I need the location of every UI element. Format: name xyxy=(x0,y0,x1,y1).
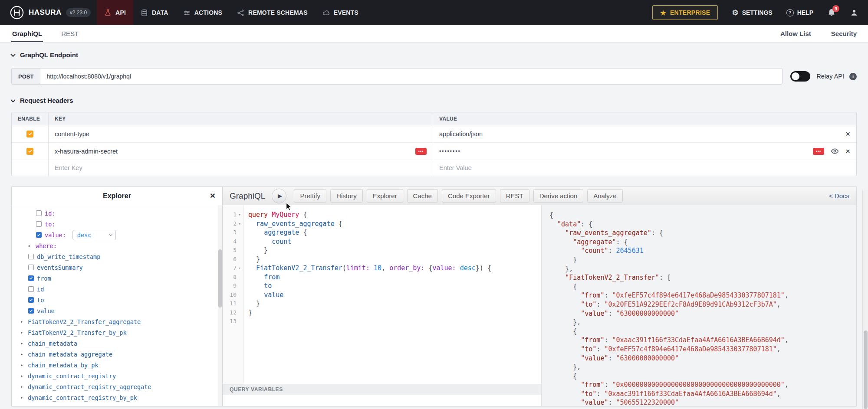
explorer-item-label[interactable]: from xyxy=(37,275,51,282)
nav-item-api[interactable]: API xyxy=(97,0,133,25)
docs-toggle[interactable]: < Docs xyxy=(829,192,849,200)
toolbar-button-derive-action[interactable]: Derive action xyxy=(533,189,584,203)
remove-header-button[interactable]: × xyxy=(845,130,850,138)
explorer-item[interactable]: to: xyxy=(17,219,216,229)
fold-arrow-icon[interactable]: ▾ xyxy=(237,264,242,273)
notifications-button[interactable]: 9 xyxy=(827,8,836,17)
nav-item-events[interactable]: EVENTS xyxy=(315,0,366,25)
explorer-checkbox[interactable] xyxy=(28,275,34,281)
header-value-field[interactable]: application/json xyxy=(439,131,483,137)
explorer-checkbox[interactable] xyxy=(36,210,42,216)
collapsed-arrow-icon[interactable]: ▸ xyxy=(20,340,25,346)
explorer-item[interactable]: value xyxy=(17,305,216,316)
explorer-item[interactable]: id xyxy=(17,284,216,294)
explorer-item-label[interactable]: FiatTokenV2_2_Transfer_by_pk xyxy=(28,329,127,336)
explorer-item[interactable]: ▸FiatTokenV2_2_Transfer_by_pk xyxy=(17,327,216,338)
scrollbar-thumb[interactable] xyxy=(218,249,222,308)
graphql-endpoint-input[interactable] xyxy=(40,68,783,85)
sort-direction-select[interactable]: desc xyxy=(72,230,116,240)
explorer-item-label[interactable]: value: xyxy=(45,232,66,239)
toolbar-button-history[interactable]: History xyxy=(330,189,363,203)
explorer-scrollbar[interactable] xyxy=(218,205,222,406)
collapsed-arrow-icon[interactable]: ▸ xyxy=(20,330,25,335)
collapsed-arrow-icon[interactable]: ▸ xyxy=(20,319,25,324)
enterprise-button[interactable]: ★ ENTERPRISE xyxy=(652,5,718,20)
explorer-item[interactable]: ▸chain_metadata_aggregate xyxy=(17,349,216,360)
explorer-item[interactable]: eventsSummary xyxy=(17,262,216,273)
explorer-item-label[interactable]: db_write_timestamp xyxy=(37,253,100,260)
help-button[interactable]: ? HELP xyxy=(786,9,813,16)
header-value-field[interactable]: •••••••• xyxy=(439,148,461,154)
user-menu-button[interactable] xyxy=(850,8,858,17)
explorer-checkbox[interactable] xyxy=(28,308,34,314)
explorer-item[interactable]: ▸chain_metadata xyxy=(17,338,216,349)
tab-graphiql[interactable]: GraphiQL xyxy=(11,25,43,42)
explorer-item-label[interactable]: where: xyxy=(36,242,57,249)
explorer-item[interactable]: value:desc xyxy=(17,229,216,240)
explorer-checkbox[interactable] xyxy=(28,286,34,292)
collapsed-arrow-icon[interactable]: ▸ xyxy=(20,384,25,389)
explorer-checkbox[interactable] xyxy=(28,297,34,303)
collapsed-arrow-icon[interactable]: ▸ xyxy=(20,351,25,357)
new-header-value-input[interactable] xyxy=(433,164,856,171)
explorer-item[interactable]: id: xyxy=(17,208,216,219)
info-icon[interactable]: i xyxy=(849,73,857,80)
remove-header-button[interactable]: × xyxy=(845,147,850,155)
relay-api-toggle[interactable] xyxy=(790,71,810,82)
explorer-item[interactable]: db_write_timestamp xyxy=(17,251,216,262)
explorer-item[interactable]: ▸where: xyxy=(17,240,216,251)
nav-item-actions[interactable]: ACTIONS xyxy=(176,0,230,25)
explorer-item[interactable]: ▸FiatTokenV2_2_Transfer_aggregate xyxy=(17,316,216,327)
explorer-item-label[interactable]: eventsSummary xyxy=(37,264,83,271)
query-editor[interactable]: 1▾query MyQuery {2▾ raw_events_aggregate… xyxy=(223,205,541,384)
toolbar-button-code-exporter[interactable]: Code Exporter xyxy=(442,189,496,203)
collapsed-arrow-icon[interactable]: ▸ xyxy=(20,395,25,400)
fold-arrow-icon[interactable]: ▾ xyxy=(237,210,242,219)
page-scrollbar[interactable] xyxy=(862,190,868,409)
link-allow-list[interactable]: Allow List xyxy=(780,25,811,42)
hasura-logo[interactable]: HASURA v2.23.0 xyxy=(10,5,91,20)
explorer-checkbox[interactable] xyxy=(28,254,34,259)
header-enable-checkbox[interactable] xyxy=(26,131,33,137)
collapsed-arrow-icon[interactable]: ▸ xyxy=(28,243,33,249)
explorer-checkbox[interactable] xyxy=(36,221,42,227)
explorer-checkbox[interactable] xyxy=(28,265,34,270)
link-security[interactable]: Security xyxy=(831,25,857,42)
explorer-item-label[interactable]: chain_metadata_aggregate xyxy=(28,351,112,358)
explorer-item[interactable]: ▸dynamic_contract_registry_aggregate xyxy=(17,381,216,392)
explorer-item[interactable]: ▸chain_metadata_by_pk xyxy=(17,360,216,370)
explorer-item-label[interactable]: id: xyxy=(45,210,55,217)
header-key-field[interactable]: x-hasura-admin-secret xyxy=(55,148,118,155)
toolbar-button-cache[interactable]: Cache xyxy=(407,189,438,203)
settings-button[interactable]: ⚙ SETTINGS xyxy=(732,9,772,16)
query-variables-bar[interactable]: QUERY VARIABLES xyxy=(223,384,541,395)
explorer-checkbox[interactable] xyxy=(36,232,42,238)
toolbar-button-analyze[interactable]: Analyze xyxy=(587,189,622,203)
explorer-item-label[interactable]: to xyxy=(37,297,44,304)
toolbar-button-rest[interactable]: REST xyxy=(500,189,529,203)
header-enable-checkbox[interactable] xyxy=(26,148,33,155)
explorer-item[interactable]: from xyxy=(17,273,216,284)
header-key-field[interactable]: content-type xyxy=(55,131,89,137)
explorer-item-label[interactable]: dynamic_contract_registry_by_pk xyxy=(28,394,137,401)
nav-item-data[interactable]: DATA xyxy=(133,0,176,25)
collapsed-arrow-icon[interactable]: ▸ xyxy=(20,373,25,379)
explorer-item-label[interactable]: to: xyxy=(45,221,55,228)
explorer-item-label[interactable]: chain_metadata_by_pk xyxy=(28,362,99,369)
explorer-item[interactable]: ▸dynamic_contract_registry_by_pk xyxy=(17,392,216,403)
nav-item-remote-schemas[interactable]: REMOTE SCHEMAS xyxy=(230,0,315,25)
tab-rest[interactable]: REST xyxy=(60,25,79,42)
chevron-down-icon[interactable] xyxy=(10,97,15,102)
explorer-item-label[interactable]: id xyxy=(37,286,44,293)
new-header-key-input[interactable] xyxy=(49,164,433,171)
explorer-item-label[interactable]: dynamic_contract_registry_aggregate xyxy=(28,383,151,390)
scrollbar-thumb[interactable] xyxy=(864,330,868,409)
chevron-down-icon[interactable] xyxy=(10,52,15,56)
execute-query-button[interactable]: ▶ xyxy=(272,189,286,203)
query-variables-editor[interactable] xyxy=(223,395,541,406)
collapsed-arrow-icon[interactable]: ▸ xyxy=(20,362,25,368)
close-icon[interactable]: × xyxy=(210,190,215,201)
explorer-item[interactable]: ▸dynamic_contract_registry xyxy=(17,370,216,381)
fold-arrow-icon[interactable]: ▾ xyxy=(237,219,242,229)
reveal-secret-eye-icon[interactable] xyxy=(831,147,839,155)
